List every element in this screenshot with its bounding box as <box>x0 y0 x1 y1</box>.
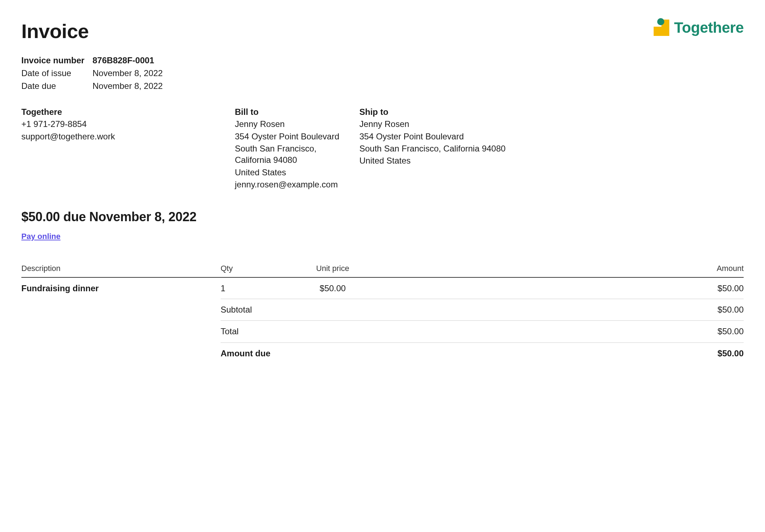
bill-to-city-state-zip: South San Francisco, California 94080 <box>235 143 345 166</box>
line-item-unit-price: $50.00 <box>288 283 377 294</box>
meta-row-date-of-issue: Date of issue November 8, 2022 <box>21 68 744 79</box>
col-header-amount: Amount <box>377 263 744 274</box>
bill-to-country: United States <box>235 167 345 178</box>
header-row: Invoice Togethere <box>21 18 744 45</box>
subtotal-value: $50.00 <box>718 304 744 315</box>
date-of-issue-label: Date of issue <box>21 68 85 79</box>
total-label: Total <box>221 326 239 337</box>
date-due-label: Date due <box>21 80 85 92</box>
amount-due-row: Amount due $50.00 <box>221 342 744 364</box>
from-block: Togethere +1 971-279-8854 support@togeth… <box>21 106 221 191</box>
bill-to-email: jenny.rosen@example.com <box>235 179 345 190</box>
invoice-number-value: 876B828F-0001 <box>93 55 154 66</box>
from-email: support@togethere.work <box>21 131 221 142</box>
line-item-qty: 1 <box>221 283 288 294</box>
ship-to-heading: Ship to <box>359 106 744 118</box>
brand-logo-mark-icon <box>654 20 669 36</box>
parties-section: Togethere +1 971-279-8854 support@togeth… <box>21 106 744 191</box>
meta-row-invoice-number: Invoice number 876B828F-0001 <box>21 55 744 66</box>
from-name: Togethere <box>21 106 221 118</box>
col-header-description: Description <box>21 263 221 274</box>
brand-logo: Togethere <box>654 18 744 38</box>
invoice-number-label: Invoice number <box>21 55 85 66</box>
subtotal-label: Subtotal <box>221 304 252 315</box>
bill-to-heading: Bill to <box>235 106 345 118</box>
line-items-header: Description Qty Unit price Amount <box>21 263 744 278</box>
ship-to-block: Ship to Jenny Rosen 354 Oyster Point Bou… <box>359 106 744 191</box>
date-due-value: November 8, 2022 <box>93 80 163 92</box>
brand-name: Togethere <box>674 18 744 38</box>
amount-due-label: Amount due <box>221 348 270 359</box>
ship-to-name: Jenny Rosen <box>359 118 744 130</box>
line-item-amount: $50.00 <box>377 283 744 294</box>
col-header-unit-price: Unit price <box>288 263 377 274</box>
bill-to-block: Bill to Jenny Rosen 354 Oyster Point Bou… <box>235 106 345 191</box>
ship-to-city-state-zip: South San Francisco, California 94080 <box>359 143 744 154</box>
subtotal-row: Subtotal $50.00 <box>221 299 744 320</box>
page-title: Invoice <box>21 18 89 45</box>
ship-to-street: 354 Oyster Point Boulevard <box>359 131 744 142</box>
table-row: Fundraising dinner 1 $50.00 $50.00 <box>21 278 744 298</box>
col-header-qty: Qty <box>221 263 288 274</box>
amount-due-summary: $50.00 due November 8, 2022 <box>21 208 744 226</box>
line-items-table: Description Qty Unit price Amount Fundra… <box>21 263 744 364</box>
bill-to-name: Jenny Rosen <box>235 118 345 130</box>
date-of-issue-value: November 8, 2022 <box>93 68 163 79</box>
meta-row-date-due: Date due November 8, 2022 <box>21 80 744 92</box>
total-row: Total $50.00 <box>221 320 744 342</box>
bill-to-street: 354 Oyster Point Boulevard <box>235 131 345 142</box>
total-value: $50.00 <box>718 326 744 337</box>
pay-online-link[interactable]: Pay online <box>21 231 60 242</box>
amount-due-value: $50.00 <box>718 348 744 359</box>
line-item-description: Fundraising dinner <box>21 283 221 294</box>
ship-to-country: United States <box>359 155 744 166</box>
from-phone: +1 971-279-8854 <box>21 118 221 130</box>
totals-block: Subtotal $50.00 Total $50.00 Amount due … <box>221 299 744 364</box>
invoice-meta: Invoice number 876B828F-0001 Date of iss… <box>21 55 744 92</box>
